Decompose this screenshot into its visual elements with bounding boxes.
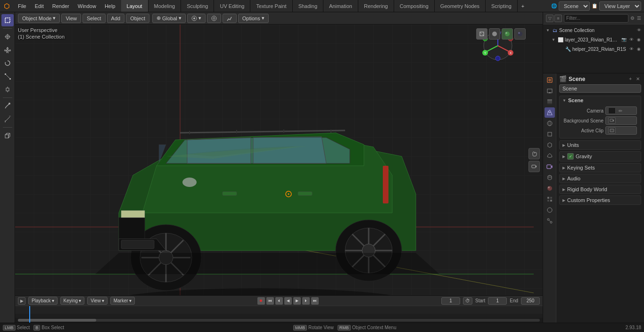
tab-sculpting[interactable]: Sculpting xyxy=(181,0,214,12)
rivian-helper-visibility[interactable]: 👁 xyxy=(628,46,635,52)
prop-tab-constraints[interactable] xyxy=(545,216,555,226)
hand-tool-btn[interactable] xyxy=(528,148,540,159)
add-menu[interactable]: Add xyxy=(107,14,125,23)
tab-animation[interactable]: Animation xyxy=(323,0,358,12)
tab-geometry-nodes[interactable]: Geometry Nodes xyxy=(435,0,486,12)
rivian-layer-visibility[interactable]: 👁 xyxy=(628,36,635,43)
tool-rotate[interactable] xyxy=(1,57,14,69)
solid-shading-button[interactable] xyxy=(489,28,500,40)
menu-file[interactable]: File xyxy=(14,2,30,10)
tab-modeling[interactable]: Modeling xyxy=(149,0,182,12)
snap-button[interactable]: ▾ xyxy=(187,14,206,23)
frame-time-toggle[interactable]: ⏱ xyxy=(463,297,472,305)
rigid-body-header[interactable]: ▶ Rigid Body World xyxy=(560,185,641,194)
prop-tab-material[interactable] xyxy=(545,183,555,194)
prop-tab-shading[interactable] xyxy=(545,205,555,215)
start-frame-input[interactable]: 1 xyxy=(488,297,507,305)
rivian-helper-render[interactable]: ◉ xyxy=(636,46,642,52)
scene-new-btn[interactable]: + xyxy=(627,76,633,82)
add-workspace-button[interactable]: + xyxy=(518,2,528,10)
object-menu[interactable]: Object xyxy=(126,14,149,23)
tool-cursor[interactable] xyxy=(1,31,14,43)
prop-tab-world[interactable] xyxy=(545,118,555,129)
menu-edit[interactable]: Edit xyxy=(31,2,48,10)
tab-layout[interactable]: Layout xyxy=(121,0,149,12)
prop-tab-physics[interactable] xyxy=(545,151,555,161)
skip-to-end-button[interactable]: ⏭ xyxy=(311,297,319,305)
rivian-layer-camera-icon[interactable]: 📷 xyxy=(620,36,627,43)
menu-render[interactable]: Render xyxy=(49,2,73,10)
camera-view-btn[interactable] xyxy=(528,161,540,172)
viewport-canvas[interactable]: User Perspective (1) Scene Collection Z … xyxy=(15,24,543,295)
outliner-item-rivian-helper[interactable]: ▶ 🔧 helper_2023_Rivian_R1S 👁 ◉ xyxy=(543,44,644,54)
tab-compositing[interactable]: Compositing xyxy=(394,0,435,12)
menu-window[interactable]: Window xyxy=(74,2,100,10)
prop-tab-scene[interactable] xyxy=(545,107,555,118)
prop-tab-render[interactable] xyxy=(545,75,555,85)
camera-field[interactable]: ✏ xyxy=(605,106,637,115)
timeline-content[interactable]: 0 40 80 120 160 200 250 xyxy=(15,306,543,323)
marker-button[interactable]: Marker ▾ xyxy=(110,297,135,305)
end-frame-input[interactable]: 250 xyxy=(521,297,540,305)
material-preview-button[interactable] xyxy=(502,28,513,40)
timeline-mode-icon[interactable]: ▶ xyxy=(18,297,25,305)
prop-tab-object[interactable] xyxy=(545,129,555,139)
tool-scale[interactable] xyxy=(1,70,14,82)
object-mode-dropdown[interactable]: Object Mode ▾ xyxy=(18,14,60,23)
graph-button[interactable] xyxy=(223,14,237,23)
blender-logo[interactable]: ⬡ xyxy=(2,1,11,11)
tool-transform[interactable] xyxy=(1,83,14,96)
audio-header[interactable]: ▶ Audio xyxy=(560,174,641,183)
custom-props-header[interactable]: ▶ Custom Properties xyxy=(560,196,641,204)
prop-tab-view-layer[interactable] xyxy=(545,97,555,107)
skip-to-start-button[interactable]: ⏮ xyxy=(266,297,274,305)
outliner-sort-btn[interactable]: ≡ xyxy=(554,15,562,22)
tab-shading[interactable]: Shading xyxy=(293,0,323,12)
prop-tab-data[interactable] xyxy=(545,172,555,183)
play-button[interactable]: ▶ xyxy=(293,297,301,305)
units-header[interactable]: ▶ Units xyxy=(560,141,641,149)
outliner-item-rivian-layer[interactable]: ▼ ⬜ layer_2023_Rivian_R1S_Simp 📷 👁 ◉ xyxy=(543,35,644,44)
proportional-edit[interactable] xyxy=(207,14,221,23)
prop-tab-texture[interactable] xyxy=(545,194,555,204)
background-scene-field[interactable] xyxy=(605,116,637,125)
record-button[interactable]: ⏺ xyxy=(257,297,265,305)
outliner-options-btn[interactable]: ⚙ xyxy=(630,15,635,22)
transform-global[interactable]: ⊕ Global ▾ xyxy=(152,14,186,23)
reverse-play-button[interactable]: ◀ xyxy=(284,297,292,305)
timeline-scrollbar[interactable] xyxy=(15,318,543,323)
view-button-timeline[interactable]: View ▾ xyxy=(87,297,107,305)
tool-annotate[interactable] xyxy=(1,100,14,112)
active-clip-field[interactable] xyxy=(605,126,637,135)
view-layer-selector[interactable]: View Layer xyxy=(599,1,641,11)
scene-section-header[interactable]: ▼ Scene xyxy=(560,96,641,105)
tool-move[interactable] xyxy=(1,44,14,56)
prop-tab-modifier[interactable] xyxy=(545,140,555,150)
scene-collection-restrict-visibility[interactable]: 👁 xyxy=(636,27,642,33)
tab-texture-paint[interactable]: Texture Paint xyxy=(250,0,292,12)
prop-tab-output[interactable] xyxy=(545,86,555,96)
keying-button[interactable]: Keying ▾ xyxy=(60,297,85,305)
step-back-button[interactable]: ⏴ xyxy=(275,297,283,305)
playback-button[interactable]: Playback ▾ xyxy=(28,297,58,305)
outliner-filter-btn[interactable]: ▽ xyxy=(546,15,553,22)
scene-selector[interactable]: Scene xyxy=(559,1,590,11)
menu-help[interactable]: Help xyxy=(101,2,119,10)
step-forward-button[interactable]: ⏵ xyxy=(302,297,310,305)
gravity-checkbox[interactable]: ✓ xyxy=(567,153,574,160)
scene-name-field[interactable]: Scene xyxy=(559,84,641,93)
current-frame-input[interactable]: 1 xyxy=(441,297,460,305)
outliner-search-input[interactable] xyxy=(564,14,628,23)
select-menu[interactable]: Select xyxy=(83,14,106,23)
pencil-edit-camera[interactable]: ✏ xyxy=(619,108,622,113)
outliner-filter-icon[interactable]: ☰ xyxy=(637,15,642,22)
gravity-header[interactable]: ▶ ✓ Gravity xyxy=(560,152,641,161)
view-menu[interactable]: View xyxy=(61,14,81,23)
keying-header[interactable]: ▶ Keying Sets xyxy=(560,163,641,172)
tab-scripting[interactable]: Scripting xyxy=(486,0,518,12)
tool-select-box[interactable] xyxy=(1,14,14,26)
outliner-item-scene-collection[interactable]: ▼ 🗂 Scene Collection 👁 xyxy=(543,25,644,35)
rendered-button[interactable] xyxy=(514,28,526,40)
tab-uv-editing[interactable]: UV Editing xyxy=(214,0,250,12)
scene-unlink-btn[interactable]: ✕ xyxy=(635,76,641,82)
